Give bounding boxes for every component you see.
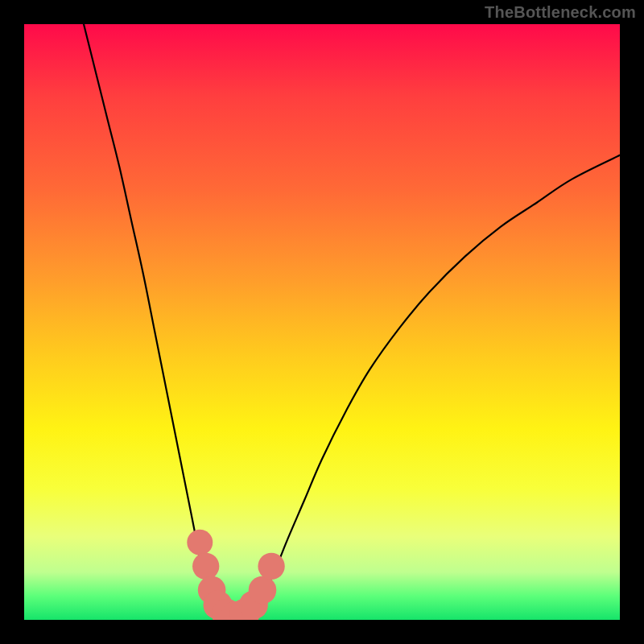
valley-marker-8 [249, 576, 277, 605]
chart-svg [24, 24, 620, 620]
valley-marker-9 [258, 553, 284, 580]
curve-layer [84, 24, 620, 619]
valley-marker-1 [192, 553, 219, 580]
series-left-branch [84, 24, 221, 614]
valley-marker-0 [187, 530, 213, 555]
chart-frame: TheBottleneck.com [0, 0, 644, 644]
watermark-text: TheBottleneck.com [485, 3, 636, 22]
marker-layer [187, 530, 284, 620]
plot-area [24, 24, 620, 620]
series-right-branch [250, 155, 620, 614]
